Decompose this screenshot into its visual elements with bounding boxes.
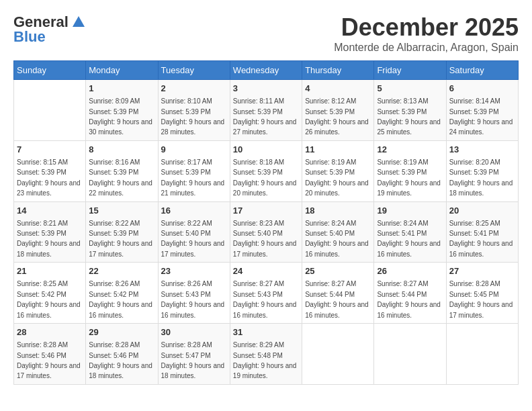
day-info: Sunrise: 8:18 AMSunset: 5:39 PMDaylight:… bbox=[233, 158, 297, 197]
calendar-cell: 8 Sunrise: 8:16 AMSunset: 5:39 PMDayligh… bbox=[86, 140, 158, 201]
calendar-cell: 21 Sunrise: 8:25 AMSunset: 5:42 PMDaylig… bbox=[14, 263, 86, 324]
day-number: 17 bbox=[233, 205, 299, 217]
logo-icon bbox=[71, 15, 86, 30]
location-subtitle: Monterde de Albarracin, Aragon, Spain bbox=[334, 42, 519, 54]
calendar-week-5: 28 Sunrise: 8:28 AMSunset: 5:46 PMDaylig… bbox=[14, 324, 519, 385]
day-number: 28 bbox=[17, 326, 83, 338]
day-info: Sunrise: 8:19 AMSunset: 5:39 PMDaylight:… bbox=[305, 158, 369, 197]
calendar-week-4: 21 Sunrise: 8:25 AMSunset: 5:42 PMDaylig… bbox=[14, 263, 519, 324]
day-number: 7 bbox=[17, 144, 83, 156]
calendar-cell: 24 Sunrise: 8:27 AMSunset: 5:43 PMDaylig… bbox=[230, 263, 302, 324]
day-number: 13 bbox=[449, 144, 515, 156]
weekday-header-friday: Friday bbox=[374, 61, 446, 80]
day-info: Sunrise: 8:27 AMSunset: 5:44 PMDaylight:… bbox=[305, 280, 369, 318]
day-number: 24 bbox=[233, 265, 299, 277]
day-info: Sunrise: 8:27 AMSunset: 5:44 PMDaylight:… bbox=[377, 280, 441, 318]
day-info: Sunrise: 8:15 AMSunset: 5:39 PMDaylight:… bbox=[17, 158, 81, 197]
calendar-body: 1 Sunrise: 8:09 AMSunset: 5:39 PMDayligh… bbox=[14, 80, 519, 385]
calendar-week-1: 1 Sunrise: 8:09 AMSunset: 5:39 PMDayligh… bbox=[14, 80, 519, 141]
calendar-table: SundayMondayTuesdayWednesdayThursdayFrid… bbox=[13, 60, 519, 385]
calendar-cell: 29 Sunrise: 8:28 AMSunset: 5:46 PMDaylig… bbox=[86, 324, 158, 385]
calendar-cell: 1 Sunrise: 8:09 AMSunset: 5:39 PMDayligh… bbox=[86, 80, 158, 141]
day-info: Sunrise: 8:11 AMSunset: 5:39 PMDaylight:… bbox=[233, 97, 297, 136]
calendar-cell: 23 Sunrise: 8:26 AMSunset: 5:43 PMDaylig… bbox=[158, 263, 230, 324]
svg-marker-0 bbox=[73, 16, 85, 27]
day-info: Sunrise: 8:21 AMSunset: 5:39 PMDaylight:… bbox=[17, 220, 81, 258]
day-number: 21 bbox=[17, 265, 83, 277]
day-info: Sunrise: 8:12 AMSunset: 5:39 PMDaylight:… bbox=[305, 97, 369, 136]
calendar-cell: 26 Sunrise: 8:27 AMSunset: 5:44 PMDaylig… bbox=[374, 263, 446, 324]
calendar-cell: 10 Sunrise: 8:18 AMSunset: 5:39 PMDaylig… bbox=[230, 140, 302, 201]
calendar-cell: 18 Sunrise: 8:24 AMSunset: 5:40 PMDaylig… bbox=[302, 201, 374, 263]
day-number: 1 bbox=[89, 83, 154, 95]
day-info: Sunrise: 8:17 AMSunset: 5:39 PMDaylight:… bbox=[161, 158, 225, 197]
day-info: Sunrise: 8:25 AMSunset: 5:41 PMDaylight:… bbox=[449, 220, 513, 258]
calendar-week-2: 7 Sunrise: 8:15 AMSunset: 5:39 PMDayligh… bbox=[14, 140, 519, 201]
day-number: 10 bbox=[233, 144, 299, 156]
day-number: 12 bbox=[377, 144, 443, 156]
weekday-header-wednesday: Wednesday bbox=[230, 61, 302, 80]
day-info: Sunrise: 8:13 AMSunset: 5:39 PMDaylight:… bbox=[377, 97, 441, 136]
calendar-cell: 9 Sunrise: 8:17 AMSunset: 5:39 PMDayligh… bbox=[158, 140, 230, 201]
weekday-header-sunday: Sunday bbox=[14, 61, 86, 80]
day-number: 9 bbox=[161, 144, 227, 156]
weekday-header-saturday: Saturday bbox=[446, 61, 518, 80]
weekday-header-monday: Monday bbox=[86, 61, 158, 80]
day-info: Sunrise: 8:22 AMSunset: 5:39 PMDaylight:… bbox=[89, 220, 152, 258]
calendar-cell bbox=[446, 324, 518, 385]
logo: General Blue bbox=[13, 13, 86, 46]
day-number: 15 bbox=[89, 205, 154, 217]
title-block: December 2025 Monterde de Albarracin, Ar… bbox=[334, 13, 519, 54]
calendar-cell: 4 Sunrise: 8:12 AMSunset: 5:39 PMDayligh… bbox=[302, 80, 374, 141]
day-info: Sunrise: 8:16 AMSunset: 5:39 PMDaylight:… bbox=[89, 158, 152, 197]
calendar-cell: 12 Sunrise: 8:19 AMSunset: 5:39 PMDaylig… bbox=[374, 140, 446, 201]
calendar-cell: 2 Sunrise: 8:10 AMSunset: 5:39 PMDayligh… bbox=[158, 80, 230, 141]
day-info: Sunrise: 8:20 AMSunset: 5:39 PMDaylight:… bbox=[449, 158, 513, 197]
day-number: 16 bbox=[161, 205, 227, 217]
weekday-header-thursday: Thursday bbox=[302, 61, 374, 80]
day-number: 8 bbox=[89, 144, 154, 156]
day-info: Sunrise: 8:27 AMSunset: 5:43 PMDaylight:… bbox=[233, 280, 297, 318]
day-info: Sunrise: 8:23 AMSunset: 5:40 PMDaylight:… bbox=[233, 220, 297, 258]
day-info: Sunrise: 8:28 AMSunset: 5:46 PMDaylight:… bbox=[89, 341, 152, 379]
calendar-cell: 30 Sunrise: 8:28 AMSunset: 5:47 PMDaylig… bbox=[158, 324, 230, 385]
day-info: Sunrise: 8:26 AMSunset: 5:43 PMDaylight:… bbox=[161, 280, 225, 318]
calendar-cell: 25 Sunrise: 8:27 AMSunset: 5:44 PMDaylig… bbox=[302, 263, 374, 324]
calendar-cell: 22 Sunrise: 8:26 AMSunset: 5:42 PMDaylig… bbox=[86, 263, 158, 324]
day-info: Sunrise: 8:25 AMSunset: 5:42 PMDaylight:… bbox=[17, 280, 81, 318]
day-number: 23 bbox=[161, 265, 227, 277]
calendar-cell: 31 Sunrise: 8:29 AMSunset: 5:48 PMDaylig… bbox=[230, 324, 302, 385]
day-info: Sunrise: 8:26 AMSunset: 5:42 PMDaylight:… bbox=[89, 280, 152, 318]
calendar-cell: 3 Sunrise: 8:11 AMSunset: 5:39 PMDayligh… bbox=[230, 80, 302, 141]
day-number: 18 bbox=[305, 205, 371, 217]
weekday-header-tuesday: Tuesday bbox=[158, 61, 230, 80]
day-info: Sunrise: 8:29 AMSunset: 5:48 PMDaylight:… bbox=[233, 341, 297, 379]
day-info: Sunrise: 8:28 AMSunset: 5:45 PMDaylight:… bbox=[449, 280, 513, 318]
day-info: Sunrise: 8:28 AMSunset: 5:47 PMDaylight:… bbox=[161, 341, 225, 379]
calendar-cell: 15 Sunrise: 8:22 AMSunset: 5:39 PMDaylig… bbox=[86, 201, 158, 263]
calendar-cell: 20 Sunrise: 8:25 AMSunset: 5:41 PMDaylig… bbox=[446, 201, 518, 263]
calendar-week-3: 14 Sunrise: 8:21 AMSunset: 5:39 PMDaylig… bbox=[14, 201, 519, 263]
day-info: Sunrise: 8:09 AMSunset: 5:39 PMDaylight:… bbox=[89, 97, 152, 136]
day-number: 11 bbox=[305, 144, 371, 156]
calendar-cell: 16 Sunrise: 8:22 AMSunset: 5:40 PMDaylig… bbox=[158, 201, 230, 263]
calendar-cell bbox=[14, 80, 86, 141]
day-number: 22 bbox=[89, 265, 154, 277]
day-number: 6 bbox=[449, 83, 515, 95]
day-number: 25 bbox=[305, 265, 371, 277]
calendar-cell: 28 Sunrise: 8:28 AMSunset: 5:46 PMDaylig… bbox=[14, 324, 86, 385]
calendar-cell: 11 Sunrise: 8:19 AMSunset: 5:39 PMDaylig… bbox=[302, 140, 374, 201]
month-title: December 2025 bbox=[334, 13, 519, 42]
calendar-cell: 7 Sunrise: 8:15 AMSunset: 5:39 PMDayligh… bbox=[14, 140, 86, 201]
weekday-header-row: SundayMondayTuesdayWednesdayThursdayFrid… bbox=[14, 61, 519, 80]
day-number: 31 bbox=[233, 326, 299, 338]
day-info: Sunrise: 8:24 AMSunset: 5:41 PMDaylight:… bbox=[377, 220, 441, 258]
day-number: 3 bbox=[233, 83, 299, 95]
day-info: Sunrise: 8:24 AMSunset: 5:40 PMDaylight:… bbox=[305, 220, 369, 258]
day-number: 20 bbox=[449, 205, 515, 217]
calendar-cell: 17 Sunrise: 8:23 AMSunset: 5:40 PMDaylig… bbox=[230, 201, 302, 263]
day-info: Sunrise: 8:14 AMSunset: 5:39 PMDaylight:… bbox=[449, 97, 513, 136]
day-number: 14 bbox=[17, 205, 83, 217]
day-info: Sunrise: 8:10 AMSunset: 5:39 PMDaylight:… bbox=[161, 97, 225, 136]
day-info: Sunrise: 8:28 AMSunset: 5:46 PMDaylight:… bbox=[17, 341, 81, 379]
